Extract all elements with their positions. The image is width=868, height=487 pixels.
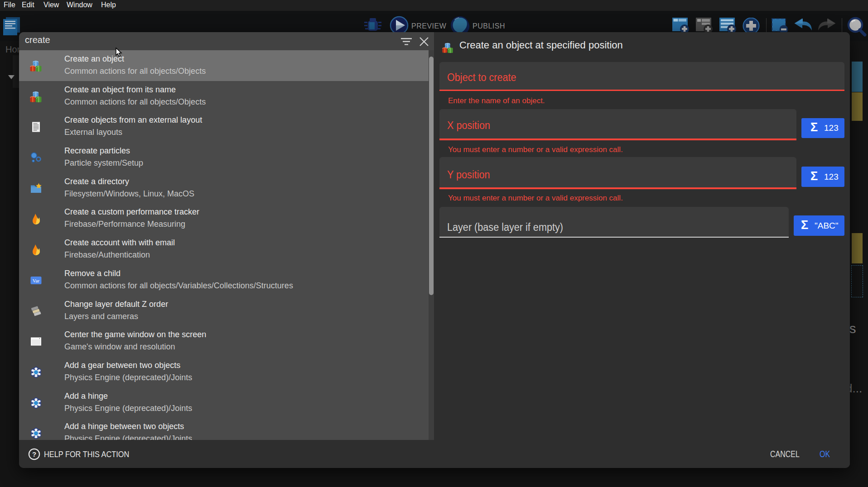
svg-text:?: ?: [32, 450, 36, 458]
